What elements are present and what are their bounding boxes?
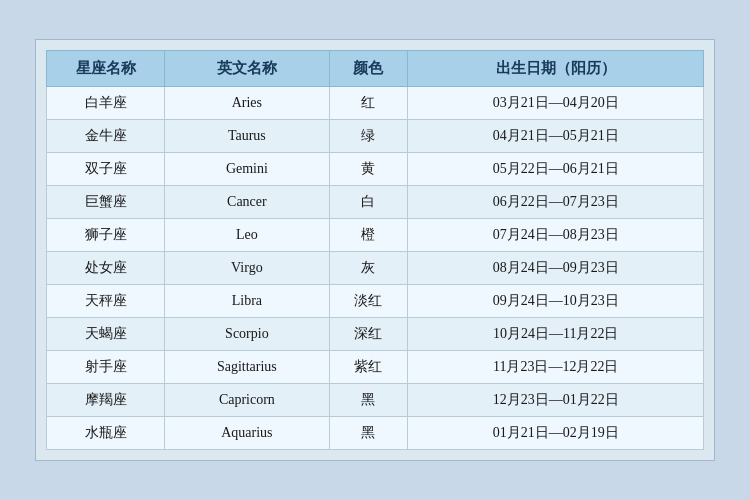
cell-english: Virgo	[165, 252, 329, 285]
main-container: 星座名称 英文名称 颜色 出生日期（阳历） 白羊座Aries红03月21日—04…	[35, 39, 715, 461]
cell-date: 03月21日—04月20日	[408, 87, 704, 120]
cell-date: 10月24日—11月22日	[408, 318, 704, 351]
cell-chinese: 金牛座	[47, 120, 165, 153]
cell-date: 07月24日—08月23日	[408, 219, 704, 252]
table-row: 天秤座Libra淡红09月24日—10月23日	[47, 285, 704, 318]
cell-date: 04月21日—05月21日	[408, 120, 704, 153]
header-chinese: 星座名称	[47, 51, 165, 87]
cell-date: 09月24日—10月23日	[408, 285, 704, 318]
cell-chinese: 双子座	[47, 153, 165, 186]
cell-chinese: 狮子座	[47, 219, 165, 252]
cell-color: 黑	[329, 384, 408, 417]
cell-english: Gemini	[165, 153, 329, 186]
cell-chinese: 天蝎座	[47, 318, 165, 351]
cell-color: 绿	[329, 120, 408, 153]
header-english: 英文名称	[165, 51, 329, 87]
table-row: 射手座Sagittarius紫红11月23日—12月22日	[47, 351, 704, 384]
cell-english: Sagittarius	[165, 351, 329, 384]
cell-chinese: 天秤座	[47, 285, 165, 318]
cell-date: 11月23日—12月22日	[408, 351, 704, 384]
header-date: 出生日期（阳历）	[408, 51, 704, 87]
cell-chinese: 巨蟹座	[47, 186, 165, 219]
table-row: 摩羯座Capricorn黑12月23日—01月22日	[47, 384, 704, 417]
table-row: 处女座Virgo灰08月24日—09月23日	[47, 252, 704, 285]
table-row: 水瓶座Aquarius黑01月21日—02月19日	[47, 417, 704, 450]
table-row: 金牛座Taurus绿04月21日—05月21日	[47, 120, 704, 153]
cell-date: 12月23日—01月22日	[408, 384, 704, 417]
cell-color: 白	[329, 186, 408, 219]
table-row: 白羊座Aries红03月21日—04月20日	[47, 87, 704, 120]
cell-english: Cancer	[165, 186, 329, 219]
cell-color: 紫红	[329, 351, 408, 384]
cell-color: 红	[329, 87, 408, 120]
table-header-row: 星座名称 英文名称 颜色 出生日期（阳历）	[47, 51, 704, 87]
cell-date: 08月24日—09月23日	[408, 252, 704, 285]
cell-date: 01月21日—02月19日	[408, 417, 704, 450]
cell-chinese: 白羊座	[47, 87, 165, 120]
cell-color: 灰	[329, 252, 408, 285]
cell-color: 黑	[329, 417, 408, 450]
cell-english: Taurus	[165, 120, 329, 153]
cell-chinese: 射手座	[47, 351, 165, 384]
cell-color: 淡红	[329, 285, 408, 318]
zodiac-table: 星座名称 英文名称 颜色 出生日期（阳历） 白羊座Aries红03月21日—04…	[46, 50, 704, 450]
table-row: 狮子座Leo橙07月24日—08月23日	[47, 219, 704, 252]
table-row: 巨蟹座Cancer白06月22日—07月23日	[47, 186, 704, 219]
header-color: 颜色	[329, 51, 408, 87]
cell-date: 05月22日—06月21日	[408, 153, 704, 186]
cell-chinese: 摩羯座	[47, 384, 165, 417]
cell-english: Aquarius	[165, 417, 329, 450]
cell-color: 橙	[329, 219, 408, 252]
cell-english: Scorpio	[165, 318, 329, 351]
table-row: 天蝎座Scorpio深红10月24日—11月22日	[47, 318, 704, 351]
cell-english: Capricorn	[165, 384, 329, 417]
cell-english: Libra	[165, 285, 329, 318]
cell-english: Aries	[165, 87, 329, 120]
cell-color: 深红	[329, 318, 408, 351]
cell-chinese: 水瓶座	[47, 417, 165, 450]
cell-color: 黄	[329, 153, 408, 186]
cell-chinese: 处女座	[47, 252, 165, 285]
cell-english: Leo	[165, 219, 329, 252]
cell-date: 06月22日—07月23日	[408, 186, 704, 219]
table-row: 双子座Gemini黄05月22日—06月21日	[47, 153, 704, 186]
